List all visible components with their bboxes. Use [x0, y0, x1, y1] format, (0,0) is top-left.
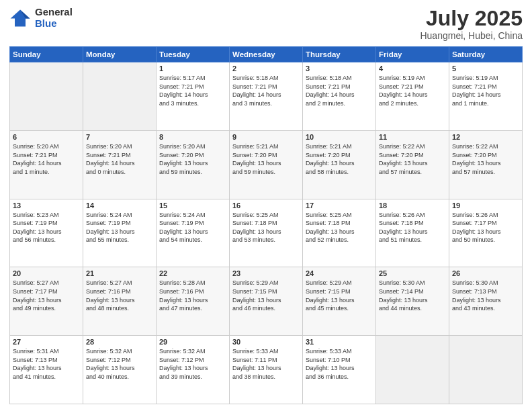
day-number: 30 [232, 338, 300, 346]
calendar-cell: 25Sunrise: 5:30 AM Sunset: 7:14 PM Dayli… [376, 267, 449, 336]
day-number: 16 [232, 201, 300, 210]
day-number: 12 [452, 133, 519, 141]
day-number: 2 [232, 64, 300, 73]
calendar-cell: 3Sunrise: 5:18 AM Sunset: 7:21 PM Daylig… [303, 62, 376, 131]
calendar-cell: 9Sunrise: 5:21 AM Sunset: 7:20 PM Daylig… [230, 130, 303, 199]
month-title: July 2025 [420, 7, 523, 30]
calendar-cell: 15Sunrise: 5:24 AM Sunset: 7:19 PM Dayli… [157, 199, 230, 267]
day-number: 28 [86, 338, 153, 346]
day-number: 3 [306, 64, 373, 73]
calendar-header-saturday: Saturday [449, 47, 523, 62]
day-number: 31 [306, 338, 373, 346]
day-info: Sunrise: 5:32 AM Sunset: 7:12 PM Dayligh… [86, 347, 153, 381]
day-info: Sunrise: 5:30 AM Sunset: 7:13 PM Dayligh… [452, 279, 519, 312]
calendar-cell [10, 62, 83, 131]
logo-general-text: General [35, 7, 73, 18]
calendar-cell: 23Sunrise: 5:29 AM Sunset: 7:15 PM Dayli… [230, 267, 303, 336]
calendar-cell [83, 62, 157, 131]
day-info: Sunrise: 5:22 AM Sunset: 7:20 PM Dayligh… [379, 142, 446, 176]
day-number: 11 [379, 133, 446, 141]
day-info: Sunrise: 5:25 AM Sunset: 7:18 PM Dayligh… [306, 211, 373, 244]
day-info: Sunrise: 5:25 AM Sunset: 7:18 PM Dayligh… [232, 211, 300, 244]
calendar-cell [449, 336, 523, 404]
day-info: Sunrise: 5:29 AM Sunset: 7:15 PM Dayligh… [306, 279, 373, 312]
day-info: Sunrise: 5:33 AM Sunset: 7:11 PM Dayligh… [232, 347, 300, 381]
calendar-cell: 22Sunrise: 5:28 AM Sunset: 7:16 PM Dayli… [157, 267, 230, 336]
calendar-cell: 13Sunrise: 5:23 AM Sunset: 7:19 PM Dayli… [10, 199, 83, 267]
day-info: Sunrise: 5:28 AM Sunset: 7:16 PM Dayligh… [159, 279, 226, 312]
day-info: Sunrise: 5:19 AM Sunset: 7:21 PM Dayligh… [452, 74, 519, 107]
calendar-table: SundayMondayTuesdayWednesdayThursdayFrid… [9, 46, 523, 404]
day-number: 1 [159, 64, 226, 73]
day-number: 9 [232, 133, 300, 141]
day-number: 21 [86, 269, 153, 277]
day-number: 26 [452, 269, 519, 277]
calendar-header-wednesday: Wednesday [230, 47, 303, 62]
day-info: Sunrise: 5:20 AM Sunset: 7:20 PM Dayligh… [159, 142, 226, 176]
day-info: Sunrise: 5:32 AM Sunset: 7:12 PM Dayligh… [159, 347, 226, 381]
day-number: 15 [159, 201, 226, 210]
day-number: 25 [379, 269, 446, 277]
day-info: Sunrise: 5:27 AM Sunset: 7:17 PM Dayligh… [13, 279, 80, 312]
day-info: Sunrise: 5:26 AM Sunset: 7:17 PM Dayligh… [452, 211, 519, 244]
logo-icon [9, 9, 31, 28]
header: General Blue July 2025 Huangmei, Hubei, … [9, 7, 523, 41]
calendar-cell: 4Sunrise: 5:19 AM Sunset: 7:21 PM Daylig… [376, 62, 449, 131]
calendar-cell: 18Sunrise: 5:26 AM Sunset: 7:18 PM Dayli… [376, 199, 449, 267]
calendar-cell: 2Sunrise: 5:18 AM Sunset: 7:21 PM Daylig… [230, 62, 303, 131]
day-info: Sunrise: 5:20 AM Sunset: 7:21 PM Dayligh… [13, 142, 80, 176]
calendar-header-tuesday: Tuesday [157, 47, 230, 62]
day-info: Sunrise: 5:27 AM Sunset: 7:16 PM Dayligh… [86, 279, 153, 312]
calendar-cell: 17Sunrise: 5:25 AM Sunset: 7:18 PM Dayli… [303, 199, 376, 267]
calendar-week-3: 13Sunrise: 5:23 AM Sunset: 7:19 PM Dayli… [10, 199, 523, 267]
calendar-page: General Blue July 2025 Huangmei, Hubei, … [0, 0, 532, 411]
calendar-cell: 7Sunrise: 5:20 AM Sunset: 7:21 PM Daylig… [83, 130, 157, 199]
calendar-cell: 10Sunrise: 5:21 AM Sunset: 7:20 PM Dayli… [303, 130, 376, 199]
day-number: 19 [452, 201, 519, 210]
day-number: 14 [86, 201, 153, 210]
calendar-cell: 29Sunrise: 5:32 AM Sunset: 7:12 PM Dayli… [157, 336, 230, 404]
calendar-cell: 11Sunrise: 5:22 AM Sunset: 7:20 PM Dayli… [376, 130, 449, 199]
calendar-cell: 14Sunrise: 5:24 AM Sunset: 7:19 PM Dayli… [83, 199, 157, 267]
calendar-cell: 27Sunrise: 5:31 AM Sunset: 7:13 PM Dayli… [10, 336, 83, 404]
day-number: 8 [159, 133, 226, 141]
day-number: 4 [379, 64, 446, 73]
day-info: Sunrise: 5:21 AM Sunset: 7:20 PM Dayligh… [306, 142, 373, 176]
calendar-week-1: 1Sunrise: 5:17 AM Sunset: 7:21 PM Daylig… [10, 62, 523, 131]
calendar-cell: 19Sunrise: 5:26 AM Sunset: 7:17 PM Dayli… [449, 199, 523, 267]
logo-blue-text: Blue [35, 18, 73, 30]
calendar-cell: 26Sunrise: 5:30 AM Sunset: 7:13 PM Dayli… [449, 267, 523, 336]
calendar-header-row: SundayMondayTuesdayWednesdayThursdayFrid… [10, 47, 523, 62]
day-info: Sunrise: 5:30 AM Sunset: 7:14 PM Dayligh… [379, 279, 446, 312]
day-info: Sunrise: 5:24 AM Sunset: 7:19 PM Dayligh… [86, 211, 153, 244]
calendar-cell: 28Sunrise: 5:32 AM Sunset: 7:12 PM Dayli… [83, 336, 157, 404]
day-number: 13 [13, 201, 80, 210]
day-info: Sunrise: 5:21 AM Sunset: 7:20 PM Dayligh… [232, 142, 300, 176]
calendar-cell: 30Sunrise: 5:33 AM Sunset: 7:11 PM Dayli… [230, 336, 303, 404]
calendar-header-monday: Monday [83, 47, 157, 62]
calendar-cell: 24Sunrise: 5:29 AM Sunset: 7:15 PM Dayli… [303, 267, 376, 336]
calendar-week-2: 6Sunrise: 5:20 AM Sunset: 7:21 PM Daylig… [10, 130, 523, 199]
calendar-cell: 21Sunrise: 5:27 AM Sunset: 7:16 PM Dayli… [83, 267, 157, 336]
calendar-cell: 16Sunrise: 5:25 AM Sunset: 7:18 PM Dayli… [230, 199, 303, 267]
day-number: 7 [86, 133, 153, 141]
calendar-cell: 5Sunrise: 5:19 AM Sunset: 7:21 PM Daylig… [449, 62, 523, 131]
day-number: 29 [159, 338, 226, 346]
day-info: Sunrise: 5:23 AM Sunset: 7:19 PM Dayligh… [13, 211, 80, 244]
day-info: Sunrise: 5:29 AM Sunset: 7:15 PM Dayligh… [232, 279, 300, 312]
day-number: 27 [13, 338, 80, 346]
day-number: 23 [232, 269, 300, 277]
calendar-cell: 20Sunrise: 5:27 AM Sunset: 7:17 PM Dayli… [10, 267, 83, 336]
calendar-cell: 1Sunrise: 5:17 AM Sunset: 7:21 PM Daylig… [157, 62, 230, 131]
calendar-cell: 6Sunrise: 5:20 AM Sunset: 7:21 PM Daylig… [10, 130, 83, 199]
calendar-cell: 31Sunrise: 5:33 AM Sunset: 7:10 PM Dayli… [303, 336, 376, 404]
logo: General Blue [9, 7, 73, 29]
day-info: Sunrise: 5:18 AM Sunset: 7:21 PM Dayligh… [306, 74, 373, 107]
day-number: 18 [379, 201, 446, 210]
day-info: Sunrise: 5:33 AM Sunset: 7:10 PM Dayligh… [306, 347, 373, 381]
day-number: 22 [159, 269, 226, 277]
day-number: 5 [452, 64, 519, 73]
calendar-header-friday: Friday [376, 47, 449, 62]
calendar-week-5: 27Sunrise: 5:31 AM Sunset: 7:13 PM Dayli… [10, 336, 523, 404]
logo-text: General Blue [35, 7, 73, 29]
